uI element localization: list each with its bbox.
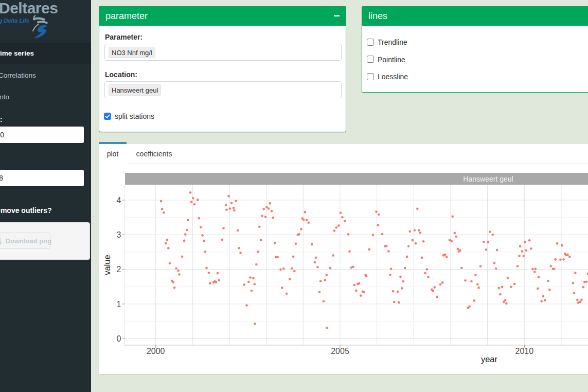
svg-text:value: value — [102, 255, 112, 275]
svg-text:3: 3 — [117, 230, 121, 239]
svg-text:2005: 2005 — [331, 347, 349, 355]
svg-text:0: 0 — [117, 334, 121, 343]
svg-text:4: 4 — [117, 196, 121, 205]
svg-text:2010: 2010 — [515, 347, 534, 355]
svg-text:Deltares: Deltares — [0, 0, 58, 16]
svg-text:Hansweert geul: Hansweert geul — [463, 175, 513, 183]
svg-text:2: 2 — [117, 265, 121, 274]
svg-text:Enabling Delta Life: Enabling Delta Life — [0, 17, 29, 24]
svg-text:1: 1 — [117, 300, 121, 309]
svg-text:2000: 2000 — [147, 347, 165, 355]
svg-text:year: year — [481, 354, 498, 364]
